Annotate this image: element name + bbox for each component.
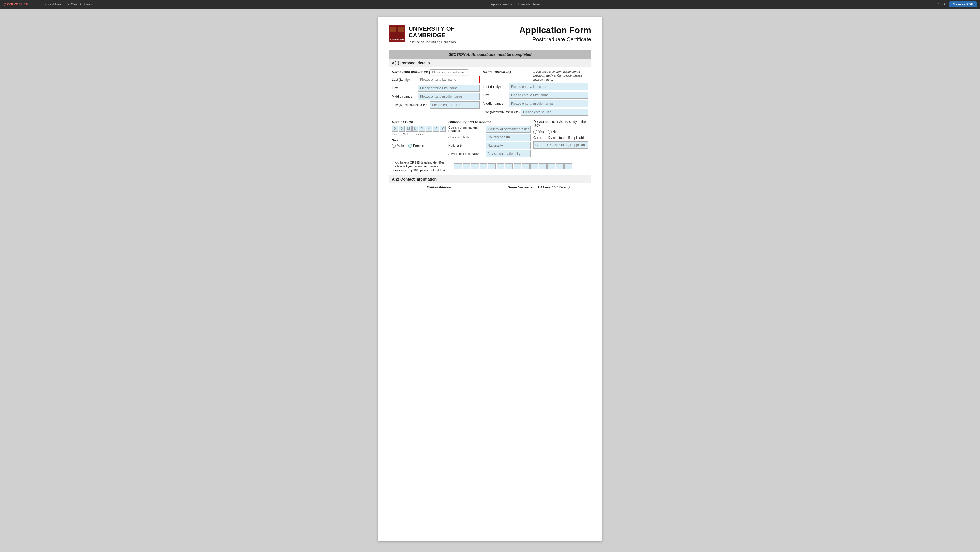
crs-box-10[interactable] xyxy=(530,163,538,169)
section-a1: A(1) Personal details Name (this should … xyxy=(389,59,591,175)
dob-box-d2[interactable]: D xyxy=(399,126,405,132)
nationality-section: Nationality and residence Country of per… xyxy=(449,120,531,158)
visa-no-option[interactable]: No xyxy=(548,130,557,134)
next-field-button[interactable]: ↓ Next Field xyxy=(45,2,62,6)
down-arrow-icon: ↓ xyxy=(45,2,46,6)
dob-box-y4[interactable]: Y xyxy=(440,126,446,132)
prev-last-input[interactable] xyxy=(509,83,588,90)
second-nationality-input[interactable] xyxy=(485,150,531,157)
nationality-input[interactable] xyxy=(485,142,531,149)
next-field-label: Next Field xyxy=(47,2,62,6)
save-as-pdf-button[interactable]: Save as PDF xyxy=(950,2,977,7)
prev-middle-input[interactable] xyxy=(509,100,588,107)
clear-icon: ✕ xyxy=(67,2,70,6)
a2-title: A(2) Contact Information xyxy=(389,175,591,183)
title-row: Title (Mr/Mrs/Miss/Dr etc) xyxy=(392,102,480,108)
crs-box-1[interactable] xyxy=(454,163,462,169)
middle-name-input[interactable] xyxy=(418,93,480,100)
crs-text: If you have a CRS ID (student identifier… xyxy=(392,161,452,172)
dob-box-m1[interactable]: M xyxy=(406,126,412,132)
document-header: CAMBRIDGE UNIVERSITY OF CAMBRIDGE Instit… xyxy=(389,25,591,44)
crs-box-11[interactable] xyxy=(539,163,547,169)
crs-box-9[interactable] xyxy=(522,163,530,169)
visa-yes-radio[interactable] xyxy=(533,130,537,134)
prev-first-input[interactable] xyxy=(509,92,588,99)
mailing-address-header: Mailing Address xyxy=(392,185,487,189)
country-birth-input[interactable] xyxy=(485,134,531,141)
nationality-field-label: Nationality xyxy=(449,144,484,147)
visa-question: Do you require a visa to study in the UK… xyxy=(533,120,588,128)
section-a-header: SECTION A: All questions must be complet… xyxy=(389,50,591,59)
cambridge-shield-icon: CAMBRIDGE xyxy=(389,25,405,44)
svg-rect-4 xyxy=(390,27,396,32)
first-name-row: First xyxy=(392,85,480,92)
visa-yes-option[interactable]: Yes xyxy=(533,130,544,134)
dob-box-d1[interactable]: D xyxy=(392,126,398,132)
previous-name-note: If you used a different name during prev… xyxy=(533,70,588,81)
logo-area: CAMBRIDGE UNIVERSITY OF CAMBRIDGE Instit… xyxy=(389,25,490,44)
crs-box-6[interactable] xyxy=(496,163,504,169)
crs-box-13[interactable] xyxy=(556,163,563,169)
sex-female-option[interactable]: Female xyxy=(408,144,424,148)
logo-text: UNIVERSITY OF CAMBRIDGE Institute of Con… xyxy=(409,26,456,44)
title-label: Title (Mr/Mrs/Miss/Dr etc) xyxy=(392,103,428,107)
dob-hints: DD MM YYYY xyxy=(392,132,446,136)
previous-name-header: Name (previous) xyxy=(483,70,531,74)
prev-last-row: Last (family) xyxy=(483,83,588,90)
brand-icon: ⬡ xyxy=(3,2,6,6)
last-name-input[interactable] xyxy=(418,76,480,83)
crs-box-4[interactable] xyxy=(480,163,487,169)
country-birth-label: Country of birth xyxy=(449,136,484,139)
up-arrow-icon: ↑ xyxy=(38,2,40,6)
crs-box-12[interactable] xyxy=(547,163,555,169)
visa-status-label: Current UK visa status, if applicable: xyxy=(533,136,588,140)
section-a2: A(2) Contact Information Mailing Address… xyxy=(389,175,591,193)
home-address-col: Home (permanent) Address (if different) xyxy=(489,183,589,193)
visa-section: Do you require a visa to study in the UK… xyxy=(533,120,588,158)
prev-last-label: Last (family) xyxy=(483,85,508,89)
country-residence-input[interactable] xyxy=(486,126,531,132)
clear-all-button[interactable]: ✕ Clear All Fields xyxy=(67,2,93,6)
visa-no-radio[interactable] xyxy=(548,130,552,134)
sex-male-radio[interactable] xyxy=(392,144,396,148)
visa-status-input[interactable] xyxy=(533,141,588,148)
prev-title-label: Title (Mr/Mrs/Miss/Dr etc) xyxy=(483,110,520,114)
title-input[interactable] xyxy=(430,102,480,108)
country-birth-row: Country of birth xyxy=(449,134,531,141)
previous-name-col: Name (previous) If you used a different … xyxy=(483,70,588,117)
name-columns: Name (this should be your legal name) La… xyxy=(392,70,588,117)
dob-box-m2[interactable]: M xyxy=(412,126,418,132)
sex-female-radio[interactable] xyxy=(408,144,412,148)
prev-title-row: Title (Mr/Mrs/Miss/Dr etc) xyxy=(483,108,588,116)
second-nationality-row: Any second nationality xyxy=(449,150,531,157)
dob-box-y3[interactable]: Y xyxy=(433,126,439,132)
crs-box-5[interactable] xyxy=(488,163,496,169)
country-residence-label: Country of permanent residence xyxy=(449,126,484,132)
dob-boxes: D D M M Y Y Y Y xyxy=(392,126,446,132)
dob-box-y1[interactable]: Y xyxy=(419,126,425,132)
home-address-header: Home (permanent) Address (if different) xyxy=(492,185,586,189)
crs-box-7[interactable] xyxy=(505,163,513,169)
visa-yes-label: Yes xyxy=(538,130,544,134)
nationality-row: Nationality xyxy=(449,142,531,149)
prev-field-button[interactable]: ↑ xyxy=(38,2,40,6)
crs-box-14[interactable] xyxy=(565,163,572,169)
sex-male-option[interactable]: Male xyxy=(392,144,404,148)
crs-box-2[interactable] xyxy=(463,163,470,169)
crs-box-3[interactable] xyxy=(471,163,479,169)
svg-rect-5 xyxy=(398,27,404,32)
middle-name-row: Middle names xyxy=(392,93,480,100)
mailing-address-col: Mailing Address xyxy=(392,183,489,193)
first-name-input[interactable] xyxy=(418,85,480,92)
first-label: First xyxy=(392,86,417,90)
prev-middle-row: Middle names xyxy=(483,100,588,107)
nationality-label: Nationality and residence xyxy=(449,120,531,124)
prev-title-input[interactable] xyxy=(521,108,588,116)
toolbar: ⬡ ONLYOFFICE ↑ ↓ Next Field ✕ Clear All … xyxy=(0,0,980,9)
dob-box-y2[interactable]: Y xyxy=(426,126,432,132)
university-name: UNIVERSITY OF CAMBRIDGE xyxy=(409,26,456,38)
brand-name: ONLYOFFICE xyxy=(7,2,28,6)
dob-hint-mm: MM xyxy=(403,132,408,136)
sex-male-label: Male xyxy=(397,144,404,148)
crs-box-8[interactable] xyxy=(514,163,521,169)
